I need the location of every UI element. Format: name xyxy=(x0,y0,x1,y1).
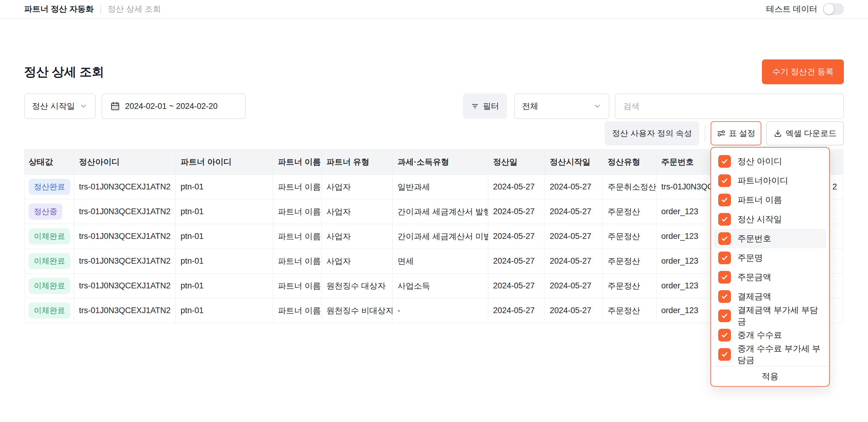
search-input[interactable] xyxy=(615,93,844,119)
chevron-down-icon xyxy=(593,102,601,110)
checkbox-checked[interactable] xyxy=(718,213,731,226)
panel-item[interactable]: 중개 수수료 xyxy=(714,326,826,345)
breadcrumb: 파트너 정산 자동화 정산 상세 조회 xyxy=(24,4,161,15)
table-cell-settlement_start_date: 2024-05-27 xyxy=(545,274,603,298)
table-cell-partner_name: 파트너 이름 xyxy=(273,199,321,224)
panel-item-label: 결제금액 xyxy=(738,291,771,302)
panel-item[interactable]: 정산 시작일 xyxy=(714,209,826,229)
checkbox-checked[interactable] xyxy=(718,309,731,322)
panel-item-label: 정산 시작일 xyxy=(738,214,782,225)
status-cell: 이체완료 xyxy=(24,224,74,249)
table-cell-settlement_type: 주문정산 xyxy=(603,298,656,323)
test-data-control: 테스트 데이터 xyxy=(766,3,844,15)
table-cell-partner_id: ptn-01 xyxy=(176,199,273,224)
panel-item[interactable]: 정산 아이디 xyxy=(714,152,826,171)
status-cell: 이체완료 xyxy=(24,274,74,298)
panel-item[interactable]: 주문번호 xyxy=(714,229,826,248)
check-icon xyxy=(720,176,729,185)
status-cell: 정산완료 xyxy=(24,175,74,199)
table-cell-extra xyxy=(828,249,843,274)
checkbox-checked[interactable] xyxy=(718,232,731,245)
table-cell-partner_type: 사업자 xyxy=(321,249,393,274)
filter-button-label: 필터 xyxy=(483,101,499,112)
column-header[interactable]: 과세·소득유형 xyxy=(393,150,488,175)
breadcrumb-app-title[interactable]: 파트너 정산 자동화 xyxy=(24,4,94,15)
table-cell-extra: 2 xyxy=(828,175,843,199)
column-header[interactable]: 파트너 이름 xyxy=(273,150,321,175)
table-cell-settlement_id: trs-01J0N3QCEXJ1ATN2 xyxy=(74,274,176,298)
status-badge: 이체완료 xyxy=(29,253,70,269)
table-cell-tax_type: - xyxy=(393,298,488,323)
status-badge: 이체완료 xyxy=(29,278,70,294)
panel-item-label: 정산 아이디 xyxy=(738,156,782,167)
panel-item[interactable]: 파트너아이디 xyxy=(714,171,826,190)
table-cell-partner_name: 파트너 이름 xyxy=(273,249,321,274)
check-icon xyxy=(720,157,729,166)
table-cell-settlement_date: 2024-05-27 xyxy=(488,298,545,323)
table-cell-partner_id: ptn-01 xyxy=(176,224,273,249)
panel-item-label: 중개 수수료 xyxy=(738,329,782,341)
excel-download-button[interactable]: 엑셀 다운로드 xyxy=(766,121,844,145)
table-cell-settlement_start_date: 2024-05-27 xyxy=(545,249,603,274)
checkbox-checked[interactable] xyxy=(718,290,731,303)
panel-item-label: 주문금액 xyxy=(738,272,771,283)
title-row: 정산 상세 조회 수기 정산건 등록 xyxy=(0,59,868,84)
checkbox-checked[interactable] xyxy=(718,174,731,187)
check-icon xyxy=(720,350,729,359)
checkbox-checked[interactable] xyxy=(718,348,731,361)
status-badge: 정산완료 xyxy=(29,179,70,195)
date-type-select[interactable]: 정산 시작일 xyxy=(24,93,96,119)
column-header[interactable]: 파트너 아이디 xyxy=(176,150,273,175)
filter-button[interactable]: 필터 xyxy=(463,93,507,119)
column-header[interactable]: 정산아이디 xyxy=(74,150,176,175)
toolbar-row: 정산 사용자 정의 속성 표 설정 엑셀 다운로드 xyxy=(0,121,868,145)
panel-item[interactable]: 결제금액 xyxy=(714,287,826,306)
search-scope-value: 전체 xyxy=(522,101,538,112)
column-header[interactable]: 정산시작일 xyxy=(545,150,603,175)
table-cell-settlement_type: 주문정산 xyxy=(603,199,656,224)
filter-icon xyxy=(471,102,479,110)
status-badge: 이체완료 xyxy=(29,303,70,318)
search-scope-select[interactable]: 전체 xyxy=(514,93,610,119)
table-cell-partner_name: 파트너 이름 xyxy=(273,175,321,199)
status-badge: 정산중 xyxy=(29,204,62,220)
column-header[interactable]: 정산유형 xyxy=(603,150,656,175)
apply-button[interactable]: 적용 xyxy=(762,371,778,382)
date-range-picker[interactable]: 2024-02-01 ~ 2024-02-20 xyxy=(101,93,246,119)
panel-item[interactable]: 중개 수수료 부가세 부담금 xyxy=(714,345,826,364)
breadcrumb-current-page: 정산 상세 조회 xyxy=(107,4,161,15)
check-icon xyxy=(720,254,729,262)
table-cell-settlement_id: trs-01J0N3QCEXJ1ATN2 xyxy=(74,249,176,274)
manual-settlement-register-button[interactable]: 수기 정산건 등록 xyxy=(762,59,844,84)
custom-attributes-button[interactable]: 정산 사용자 정의 속성 xyxy=(604,121,699,145)
panel-item[interactable]: 결제금액 부가세 부담금 xyxy=(714,306,826,326)
table-cell-partner_id: ptn-01 xyxy=(176,175,273,199)
table-cell-tax_type: 사업소득 xyxy=(393,274,488,298)
table-settings-button[interactable]: 표 설정 xyxy=(711,121,761,145)
checkbox-checked[interactable] xyxy=(718,252,731,264)
panel-item[interactable]: 주문명 xyxy=(714,248,826,268)
sliders-icon xyxy=(717,129,726,138)
panel-item-label: 파트너 이름 xyxy=(738,194,782,206)
table-cell-tax_type: 면세 xyxy=(393,249,488,274)
table-cell-settlement_start_date: 2024-05-27 xyxy=(545,298,603,323)
table-cell-partner_type: 사업자 xyxy=(321,224,393,249)
checkbox-checked[interactable] xyxy=(718,194,731,206)
column-header[interactable]: 상태값 xyxy=(24,150,74,175)
panel-item[interactable]: 파트너 이름 xyxy=(714,190,826,209)
panel-item[interactable]: 주문금액 xyxy=(714,268,826,287)
table-cell-settlement_date: 2024-05-27 xyxy=(488,199,545,224)
checkbox-checked[interactable] xyxy=(718,155,731,168)
table-cell-extra xyxy=(828,224,843,249)
status-cell: 이체완료 xyxy=(24,249,74,274)
test-data-toggle[interactable] xyxy=(823,3,844,15)
column-header[interactable] xyxy=(828,150,843,175)
column-header[interactable]: 파트너 유형 xyxy=(321,150,393,175)
table-cell-settlement_start_date: 2024-05-27 xyxy=(545,224,603,249)
column-header[interactable]: 정산일 xyxy=(488,150,545,175)
table-cell-settlement_id: trs-01J0N3QCEXJ1ATN2 xyxy=(74,298,176,323)
filter-row: 정산 시작일 2024-02-01 ~ 2024-02-20 xyxy=(0,93,868,119)
checkbox-checked[interactable] xyxy=(718,329,731,341)
checkbox-checked[interactable] xyxy=(718,271,731,284)
download-icon xyxy=(773,129,782,138)
